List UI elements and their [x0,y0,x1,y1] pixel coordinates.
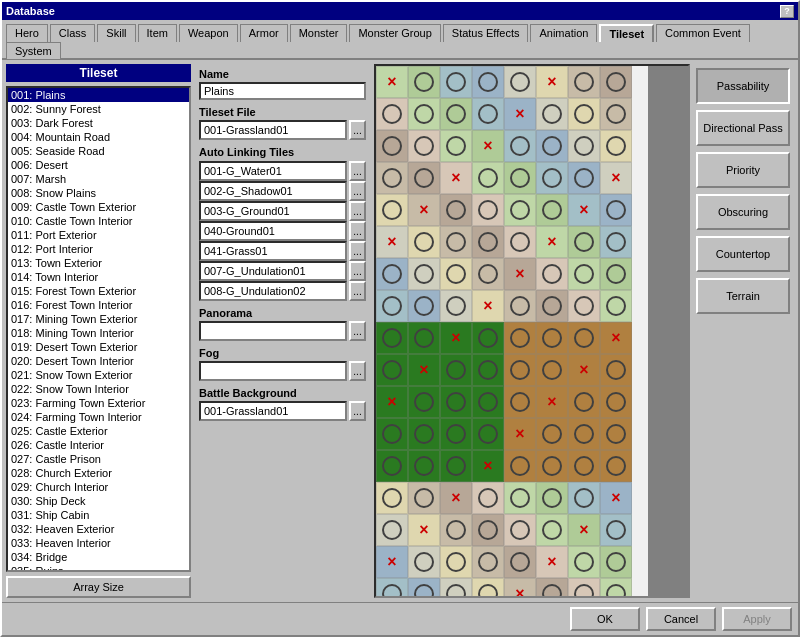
tile-cell[interactable]: × [600,322,632,354]
list-item[interactable]: 010: Castle Town Interior [8,214,189,228]
tile-cell[interactable]: × [440,482,472,514]
tile-cell[interactable] [376,98,408,130]
tile-cell[interactable] [408,482,440,514]
list-item[interactable]: 019: Desert Town Exterior [8,340,189,354]
tileset-list[interactable]: 001: Plains002: Sunny Forest003: Dark Fo… [6,86,191,572]
fog-input[interactable] [199,361,347,381]
panorama-browse[interactable]: ... [349,321,366,341]
tile-cell[interactable] [376,450,408,482]
list-item[interactable]: 008: Snow Plains [8,186,189,200]
tile-cell[interactable] [536,290,568,322]
tile-cell[interactable] [536,514,568,546]
tile-cell[interactable]: × [568,354,600,386]
tile-cell[interactable] [440,226,472,258]
tile-cell[interactable] [536,194,568,226]
list-item[interactable]: 006: Desert [8,158,189,172]
list-item[interactable]: 029: Church Interior [8,480,189,494]
tile-cell[interactable] [536,418,568,450]
tile-cell[interactable] [408,322,440,354]
tileset-grid-scroll[interactable]: ××××××××××××××××××××××××××××××××××××××××… [376,66,648,596]
tile-cell[interactable] [408,578,440,596]
tile-cell[interactable] [568,290,600,322]
list-item[interactable]: 034: Bridge [8,550,189,564]
tile-cell[interactable] [440,258,472,290]
list-item[interactable]: 020: Desert Town Interior [8,354,189,368]
cancel-button[interactable]: Cancel [646,607,716,631]
tile-cell[interactable] [504,162,536,194]
tile-cell[interactable] [504,226,536,258]
tile-cell[interactable] [504,130,536,162]
tile-cell[interactable] [600,66,632,98]
tile-cell[interactable] [568,162,600,194]
tile-cell[interactable] [568,66,600,98]
tile-cell[interactable]: × [440,162,472,194]
tile-cell[interactable] [376,194,408,226]
tile-cell[interactable]: × [600,162,632,194]
list-item[interactable]: 002: Sunny Forest [8,102,189,116]
tile-cell[interactable] [536,354,568,386]
tab-monster[interactable]: Monster [290,24,348,42]
tileset-file-input[interactable] [199,120,347,140]
list-item[interactable]: 014: Town Interior [8,270,189,284]
tile-cell[interactable] [568,130,600,162]
tile-cell[interactable] [504,386,536,418]
tile-cell[interactable] [472,578,504,596]
tile-cell[interactable]: × [408,194,440,226]
tile-cell[interactable] [440,130,472,162]
fog-browse[interactable]: ... [349,361,366,381]
tile-cell[interactable] [472,194,504,226]
tile-cell[interactable] [536,98,568,130]
tile-cell[interactable]: × [376,546,408,578]
tile-cell[interactable] [600,578,632,596]
tile-cell[interactable] [472,386,504,418]
battle-bg-browse[interactable]: ... [349,401,366,421]
tab-hero[interactable]: Hero [6,24,48,42]
tab-system[interactable]: System [6,42,61,59]
tile-cell[interactable] [472,66,504,98]
tile-cell[interactable] [568,258,600,290]
tile-cell[interactable] [568,386,600,418]
tab-item[interactable]: Item [138,24,177,42]
list-item[interactable]: 026: Castle Interior [8,438,189,452]
tile-cell[interactable] [408,450,440,482]
right-btn-priority[interactable]: Priority [696,152,790,188]
tile-cell[interactable] [472,322,504,354]
tile-cell[interactable] [536,322,568,354]
tile-cell[interactable] [504,450,536,482]
auto-link-input[interactable] [199,241,347,261]
tile-cell[interactable] [600,130,632,162]
tile-cell[interactable] [504,354,536,386]
list-item[interactable]: 015: Forest Town Exterior [8,284,189,298]
list-item[interactable]: 024: Farming Town Interior [8,410,189,424]
tile-cell[interactable]: × [504,98,536,130]
list-item[interactable]: 022: Snow Town Interior [8,382,189,396]
tile-cell[interactable] [440,578,472,596]
tab-tileset[interactable]: Tileset [599,24,654,42]
tile-cell[interactable]: × [536,226,568,258]
tile-cell[interactable] [568,418,600,450]
tile-cell[interactable] [536,130,568,162]
tile-cell[interactable] [376,130,408,162]
apply-button[interactable]: Apply [722,607,792,631]
tile-cell[interactable] [536,482,568,514]
tileset-file-browse[interactable]: ... [349,120,366,140]
name-input[interactable] [199,82,366,100]
tile-cell[interactable] [408,130,440,162]
tile-cell[interactable] [568,98,600,130]
tab-skill[interactable]: Skill [97,24,135,42]
tile-cell[interactable] [408,546,440,578]
list-item[interactable]: 007: Marsh [8,172,189,186]
help-button[interactable]: ? [780,5,794,18]
tile-cell[interactable] [568,546,600,578]
tile-cell[interactable] [376,578,408,596]
auto-link-browse[interactable]: ... [349,261,366,281]
tab-weapon[interactable]: Weapon [179,24,238,42]
tile-cell[interactable] [504,482,536,514]
tile-cell[interactable] [568,226,600,258]
tile-cell[interactable] [440,546,472,578]
auto-link-input[interactable] [199,161,347,181]
tab-common-event[interactable]: Common Event [656,24,750,42]
tile-cell[interactable] [376,162,408,194]
auto-link-browse[interactable]: ... [349,221,366,241]
tile-cell[interactable]: × [472,290,504,322]
